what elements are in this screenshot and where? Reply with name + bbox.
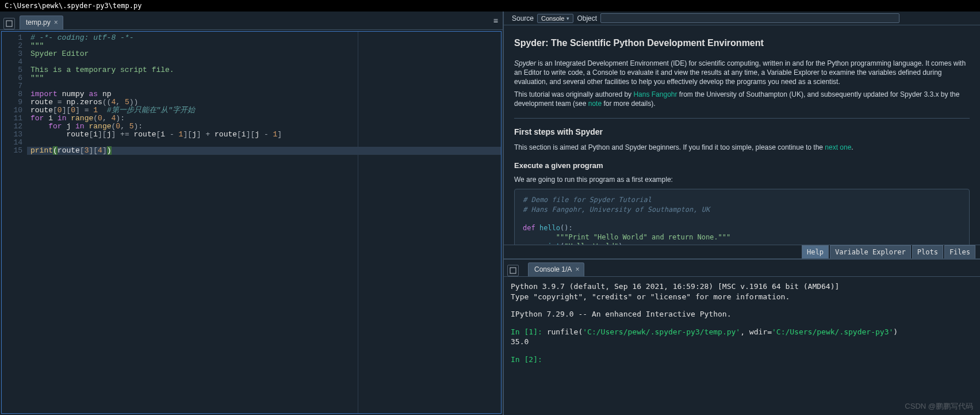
console-in-2[interactable]: In [2]: <box>511 355 973 365</box>
source-dropdown[interactable]: Console▾ <box>537 14 573 23</box>
object-label: Object <box>577 14 597 22</box>
help-h2: First steps with Spyder <box>514 118 970 138</box>
console-tab-label: Console 1/A <box>534 265 572 273</box>
hamburger-icon[interactable]: ≡ <box>493 16 498 25</box>
console-tabbar: Console 1/A × <box>504 260 980 277</box>
browse-tabs-icon[interactable] <box>3 18 15 29</box>
line-number-gutter: 123456789101112131415 <box>2 32 27 413</box>
code-editor[interactable]: 123456789101112131415 # -*- coding: utf-… <box>1 31 502 414</box>
right-pane: Source Console▾ Object Spyder: The Scien… <box>504 12 980 415</box>
author-link[interactable]: Hans Fangohr <box>633 90 677 98</box>
browse-console-tabs-icon[interactable] <box>507 265 519 276</box>
help-toolbar: Source Console▾ Object <box>504 12 980 25</box>
close-icon[interactable]: × <box>575 265 579 273</box>
tab-help[interactable]: Help <box>802 245 829 258</box>
console-tab-1a[interactable]: Console 1/A × <box>528 262 584 276</box>
console-line: IPython 7.29.0 -- An enhanced Interactiv… <box>511 309 973 319</box>
help-para4: We are going to run this program as a fi… <box>514 175 970 184</box>
tab-variable-explorer[interactable]: Variable Explorer <box>830 245 911 258</box>
tab-files[interactable]: Files <box>944 245 975 258</box>
console-line: Type "copyright", "credits" or "license"… <box>511 292 973 302</box>
code-area[interactable]: # -*- coding: utf-8 -*- """ Spyder Edito… <box>27 32 501 413</box>
help-bottom-tabs: Help Variable Explorer Plots Files <box>504 245 980 258</box>
chevron-down-icon: ▾ <box>566 16 569 21</box>
ruler-line <box>358 32 358 413</box>
console-output[interactable]: Python 3.9.7 (default, Sep 16 2021, 16:5… <box>504 277 980 415</box>
svg-rect-0 <box>6 21 12 26</box>
note-link[interactable]: note <box>588 100 602 108</box>
console-line: Python 3.9.7 (default, Sep 16 2021, 16:5… <box>511 281 973 292</box>
help-para2: This tutorial was originally authored by… <box>514 90 970 108</box>
close-icon[interactable]: × <box>54 18 58 26</box>
source-label: Source <box>512 14 534 22</box>
editor-tab-temp[interactable]: temp.py × <box>20 16 63 29</box>
ipython-console-pane: Console 1/A × Python 3.9.7 (default, Sep… <box>504 258 980 415</box>
next-one-link[interactable]: next one <box>825 143 851 151</box>
help-title: Spyder: The Scientific Python Developmen… <box>514 37 970 50</box>
window-title: C:\Users\pewk\.spyder-py3\temp.py <box>5 2 141 10</box>
svg-rect-1 <box>510 268 516 273</box>
help-para3: This section is aimed at Python and Spyd… <box>514 143 970 152</box>
console-in-1: In [1]: runfile('C:/Users/pewk/.spyder-p… <box>511 327 973 337</box>
editor-pane: temp.py × ≡ 123456789101112131415 # -*- … <box>0 12 504 415</box>
window-titlebar: C:\Users\pewk\.spyder-py3\temp.py <box>0 0 980 12</box>
help-h3: Execute a given program <box>514 161 970 171</box>
help-code-block: # Demo file for Spyder Tutorial # Hans F… <box>514 189 970 245</box>
help-content[interactable]: Spyder: The Scientific Python Developmen… <box>504 25 980 245</box>
editor-tab-label: temp.py <box>26 18 51 26</box>
object-input[interactable] <box>600 13 899 23</box>
tab-plots[interactable]: Plots <box>912 245 943 258</box>
console-out-1: 35.0 <box>511 337 973 347</box>
editor-tabbar: temp.py × ≡ <box>0 12 503 30</box>
help-para1: Spyder is an Integrated Development Envi… <box>514 59 970 87</box>
watermark: CSDN @鹏鹏写代码 <box>905 401 973 412</box>
